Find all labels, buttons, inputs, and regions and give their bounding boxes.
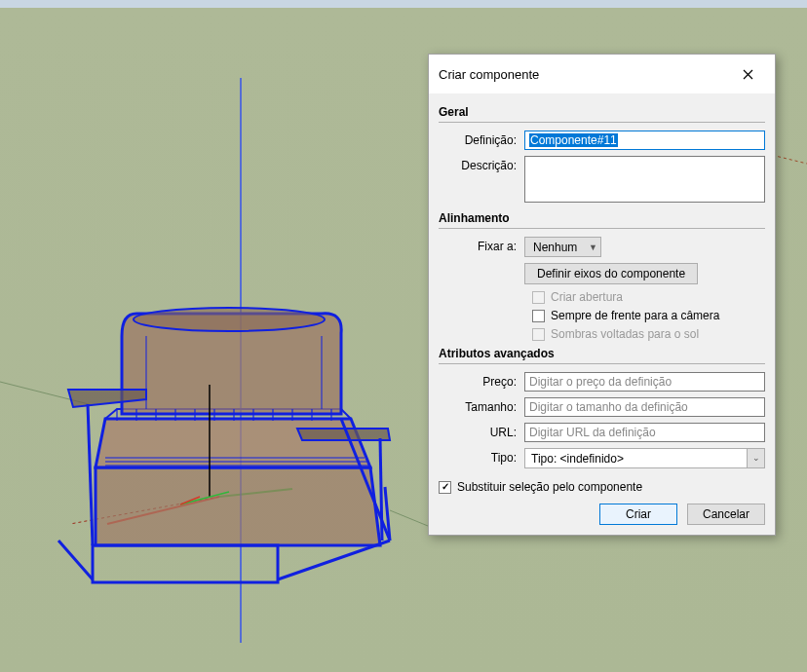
svg-line-10	[88, 404, 93, 545]
shadows-checkbox	[532, 328, 545, 341]
definition-input[interactable]: Componente#11	[524, 131, 765, 150]
glue-select[interactable]: Nenhum ▼	[524, 237, 601, 257]
url-input[interactable]	[524, 423, 765, 442]
description-input[interactable]	[524, 156, 765, 203]
cut-opening-label: Criar abertura	[551, 290, 623, 304]
cut-opening-checkbox	[532, 291, 545, 304]
svg-point-7	[134, 308, 325, 331]
section-general-header: Geral	[439, 105, 765, 123]
chevron-down-icon: ▼	[585, 243, 600, 252]
always-face-checkbox[interactable]	[532, 310, 545, 322]
dialog-body: Geral Definição: Componente#11 Descrição…	[429, 93, 775, 535]
description-label: Descrição:	[439, 156, 524, 172]
type-label: Tipo:	[439, 448, 524, 465]
create-component-dialog: Criar componente Geral Definição: Compon…	[428, 54, 776, 536]
shadows-label: Sombras voltadas para o sol	[551, 327, 699, 341]
set-axes-button[interactable]: Definir eixos do componente	[524, 263, 698, 284]
dialog-titlebar: Criar componente	[429, 55, 775, 93]
section-advanced-header: Atributos avançados	[439, 347, 765, 364]
always-face-row[interactable]: Sempre de frente para a câmera	[532, 309, 765, 322]
size-label: Tamanho:	[439, 397, 524, 414]
close-button[interactable]	[728, 62, 767, 86]
svg-line-13	[58, 541, 93, 579]
close-icon	[743, 69, 753, 80]
shadows-row: Sombras voltadas para o sol	[532, 327, 765, 341]
type-select[interactable]: Tipo: <indefinido> ⌄	[524, 448, 765, 468]
section-alignment-header: Alinhamento	[439, 211, 765, 229]
replace-selection-label: Substituir seleção pelo componente	[457, 480, 642, 494]
definition-label: Definição:	[439, 131, 524, 147]
price-label: Preço:	[439, 372, 524, 389]
create-button[interactable]: Criar	[599, 504, 677, 525]
price-input[interactable]	[524, 372, 765, 392]
cut-opening-row: Criar abertura	[532, 290, 765, 304]
always-face-label: Sempre de frente para a câmera	[551, 309, 719, 322]
size-input[interactable]	[524, 397, 765, 417]
dialog-title: Criar componente	[439, 67, 539, 82]
svg-rect-12	[93, 545, 278, 582]
cancel-button[interactable]: Cancelar	[687, 504, 765, 525]
svg-line-11	[380, 438, 382, 541]
url-label: URL:	[439, 423, 524, 439]
glue-label: Fixar a:	[439, 237, 524, 253]
svg-line-1	[390, 510, 428, 526]
chevron-down-icon: ⌄	[747, 449, 764, 467]
replace-selection-checkbox[interactable]	[439, 481, 451, 494]
